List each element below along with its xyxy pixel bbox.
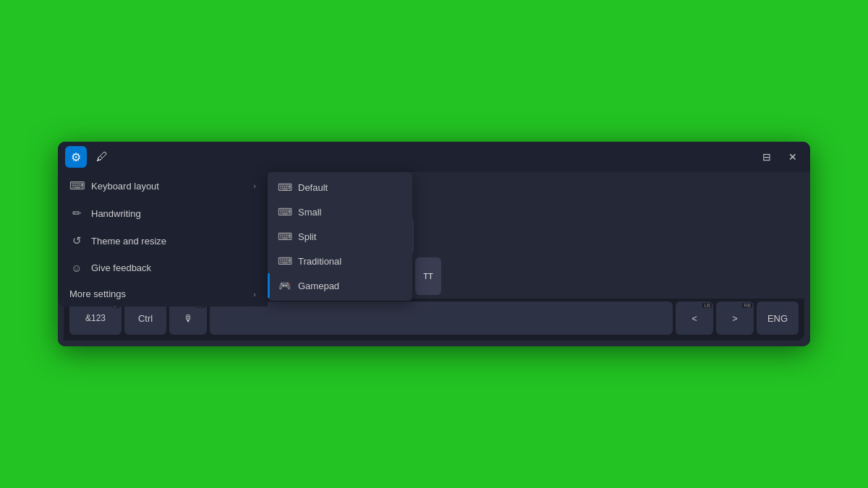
title-bar-right: ⊟ ✕ bbox=[757, 147, 803, 167]
more-arrow-icon: › bbox=[253, 290, 256, 299]
sidebar-label-keyboard-layout: Keyboard layout bbox=[91, 181, 159, 192]
submenu-label-traditional: Traditional bbox=[298, 256, 341, 267]
submenu-gamepad-icon: 🎮 bbox=[278, 280, 291, 291]
submenu-small-icon: ⌨ bbox=[278, 206, 291, 218]
lb-badge: LB bbox=[702, 303, 712, 308]
sidebar-label-handwriting: Handwriting bbox=[91, 208, 141, 219]
emoji-icon[interactable]: 🖊 bbox=[91, 146, 113, 168]
submenu-split-icon: ⌨ bbox=[278, 231, 291, 242]
sidebar-item-theme[interactable]: ↺ Theme and resize bbox=[58, 227, 268, 254]
submenu-label-small: Small bbox=[298, 207, 322, 218]
title-bar: ⚙ 🖊 ⊟ ✕ bbox=[58, 142, 810, 172]
feedback-icon: ☺ bbox=[69, 262, 84, 274]
ctrl-label: Ctrl bbox=[138, 313, 153, 324]
submenu-item-default[interactable]: ⌨ Default bbox=[268, 175, 412, 200]
sidebar-item-more-settings[interactable]: More settings › bbox=[58, 281, 268, 307]
keyboard-window: ⚙ 🖊 ⊟ ✕ ⌨ Keyboard layout › ✏ Handwritin… bbox=[58, 142, 810, 346]
symbol-label: &123 bbox=[85, 313, 106, 323]
sidebar-item-keyboard-layout[interactable]: ⌨ Keyboard layout › bbox=[58, 172, 268, 200]
sidebar-item-feedback[interactable]: ☺ Give feedback bbox=[58, 254, 268, 281]
right-label: > bbox=[732, 313, 738, 324]
submenu-item-small[interactable]: ⌨ Small bbox=[268, 200, 412, 224]
settings-icon[interactable]: ⚙ bbox=[65, 146, 87, 168]
submenu-traditional-icon: ⌨ bbox=[278, 255, 291, 267]
mic-icon: 🎙 bbox=[184, 313, 193, 324]
sidebar-label-feedback: Give feedback bbox=[91, 262, 151, 273]
submenu: ⌨ Default ⌨ Small ⌨ Split ⌨ Traditional … bbox=[268, 172, 412, 301]
arrow-icon: › bbox=[253, 181, 256, 190]
main-area: ⌨ Keyboard layout › ✏ Handwriting ↺ Them… bbox=[58, 172, 810, 346]
spacebar[interactable] bbox=[210, 301, 673, 335]
submenu-label-gamepad: Gamepad bbox=[298, 281, 339, 291]
handwriting-icon: ✏ bbox=[69, 207, 84, 220]
sidebar-label-theme: Theme and resize bbox=[91, 236, 166, 247]
keyboard-icon: ⌨ bbox=[69, 179, 84, 192]
theme-icon: ↺ bbox=[69, 234, 84, 247]
submenu-item-traditional[interactable]: ⌨ Traditional bbox=[268, 249, 412, 273]
submenu-label-default: Default bbox=[298, 182, 328, 193]
left-label: < bbox=[692, 313, 697, 324]
submenu-default-icon: ⌨ bbox=[278, 181, 291, 193]
sidebar-item-handwriting[interactable]: ✏ Handwriting bbox=[58, 200, 268, 227]
key-format[interactable]: TT bbox=[415, 257, 441, 295]
right-key[interactable]: RB > bbox=[716, 301, 754, 335]
left-key[interactable]: LB < bbox=[676, 301, 713, 335]
lang-key[interactable]: ENG bbox=[757, 301, 799, 335]
sidebar-label-more-settings: More settings bbox=[69, 288, 126, 299]
lang-label: ENG bbox=[767, 313, 788, 324]
rb-badge: RB bbox=[742, 303, 752, 308]
close-button[interactable]: ✕ bbox=[783, 147, 803, 167]
submenu-label-split: Split bbox=[298, 231, 316, 242]
submenu-item-gamepad[interactable]: 🎮 Gamepad bbox=[268, 273, 412, 298]
sidebar: ⌨ Keyboard layout › ✏ Handwriting ↺ Them… bbox=[58, 172, 268, 307]
title-bar-left: ⚙ 🖊 bbox=[65, 146, 113, 168]
dock-button[interactable]: ⊟ bbox=[757, 147, 777, 167]
submenu-item-split[interactable]: ⌨ Split bbox=[268, 224, 412, 249]
